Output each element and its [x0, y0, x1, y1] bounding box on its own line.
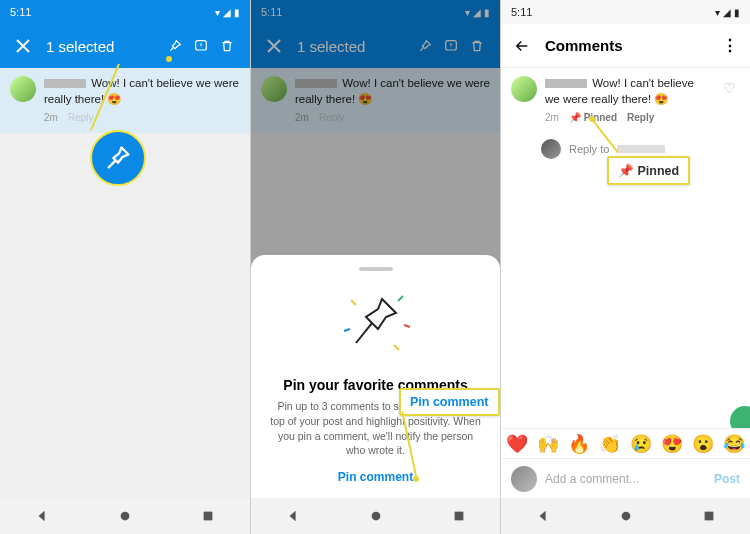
nav-home-icon[interactable]	[369, 509, 383, 523]
close-icon[interactable]	[10, 33, 36, 59]
pin-bottom-sheet: Pin your favorite comments Pin up to 3 c…	[251, 255, 500, 498]
comment-time: 2m	[545, 111, 559, 125]
panel-bottomsheet: 5:11 ▾ ◢ ▮ 1 selected Wow! I can't belie…	[250, 0, 500, 534]
selection-header: 1 selected	[0, 24, 250, 68]
status-bar: 5:11 ▾ ◢ ▮	[251, 0, 500, 24]
android-navbar	[501, 498, 750, 534]
svg-rect-5	[454, 512, 463, 521]
nav-recent-icon[interactable]	[452, 509, 466, 523]
callout-pinned: 📌 Pinned	[607, 156, 690, 185]
status-bar: 5:11 ▾ ◢ ▮	[0, 0, 250, 24]
emoji-fire[interactable]: 🔥	[568, 433, 590, 455]
nav-back-icon[interactable]	[286, 509, 300, 523]
reply-prefix: Reply to	[569, 143, 609, 155]
status-time: 5:11	[10, 6, 215, 18]
comment-row[interactable]: Wow! I can't believe we were really ther…	[0, 68, 250, 133]
status-time: 5:11	[511, 6, 715, 18]
comment-reply[interactable]: Reply	[319, 111, 345, 125]
comments-title: Comments	[545, 37, 708, 54]
svg-point-1	[121, 512, 130, 521]
nav-back-icon[interactable]	[536, 509, 550, 523]
pin-icon[interactable]	[412, 33, 438, 59]
nav-back-icon[interactable]	[35, 509, 49, 523]
panel-selection: 5:11 ▾ ◢ ▮ 1 selected Wow! I can't belie…	[0, 0, 250, 534]
svg-point-4	[371, 512, 380, 521]
nav-recent-icon[interactable]	[201, 509, 215, 523]
selection-title: 1 selected	[297, 38, 412, 55]
report-icon[interactable]	[188, 33, 214, 59]
comment-time: 2m	[295, 111, 309, 125]
reply-target-redacted	[617, 145, 665, 153]
svg-point-6	[621, 512, 630, 521]
trash-icon[interactable]	[464, 33, 490, 59]
close-icon[interactable]	[261, 33, 287, 59]
my-avatar[interactable]	[511, 466, 537, 492]
emoji-hands[interactable]: 🙌	[537, 433, 559, 455]
emoji-hearteyes[interactable]: 😍	[661, 433, 683, 455]
status-icons: ▾ ◢ ▮	[215, 7, 240, 18]
back-icon[interactable]	[513, 37, 531, 55]
trash-icon[interactable]	[214, 33, 240, 59]
pin-icon[interactable]	[162, 33, 188, 59]
android-navbar	[251, 498, 500, 534]
emoji-laugh[interactable]: 😂	[723, 433, 745, 455]
username-redacted	[295, 79, 337, 88]
comment-row[interactable]: Wow! I can't believe we were really ther…	[251, 68, 500, 133]
callout-pin-comment: Pin comment	[399, 388, 500, 416]
sheet-grabber[interactable]	[359, 267, 393, 271]
comment-row[interactable]: Wow! I can't believe we were really ther…	[501, 68, 750, 133]
status-time: 5:11	[261, 6, 465, 18]
comment-body: Wow! I can't believe we were really ther…	[44, 76, 240, 125]
annotation-dot	[166, 56, 172, 62]
comment-input-row: Add a comment... Post	[501, 458, 750, 498]
nav-home-icon[interactable]	[118, 509, 132, 523]
emoji-heart[interactable]: ❤️	[506, 433, 528, 455]
post-button[interactable]: Post	[714, 472, 740, 486]
comment-input[interactable]: Add a comment...	[545, 472, 706, 486]
avatar[interactable]	[511, 76, 537, 102]
reply-avatar	[541, 139, 561, 159]
selection-title: 1 selected	[46, 38, 162, 55]
callout-pin-circle	[90, 130, 146, 186]
comment-body: Wow! I can't believe we were really ther…	[295, 76, 490, 125]
pin-comment-button[interactable]: Pin comment	[269, 470, 482, 484]
emoji-cry[interactable]: 😢	[630, 433, 652, 455]
status-icons: ▾ ◢ ▮	[465, 7, 490, 18]
pin-illustration	[336, 285, 416, 365]
username-redacted	[44, 79, 86, 88]
status-icons: ▾ ◢ ▮	[715, 7, 740, 18]
like-icon[interactable]: ♡	[719, 76, 740, 125]
avatar[interactable]	[261, 76, 287, 102]
comment-body: Wow! I can't believe we were really ther…	[545, 76, 711, 125]
annotation-dot	[413, 476, 419, 482]
nav-recent-icon[interactable]	[702, 509, 716, 523]
username-redacted	[545, 79, 587, 88]
panel-comments: 5:11 ▾ ◢ ▮ Comments ⋮ Wow! I can't belie…	[500, 0, 750, 534]
emoji-wow[interactable]: 😮	[692, 433, 714, 455]
avatar[interactable]	[10, 76, 36, 102]
svg-rect-2	[204, 512, 213, 521]
selection-header: 1 selected	[251, 24, 500, 68]
android-navbar	[0, 498, 250, 534]
comment-reply[interactable]: Reply	[68, 111, 94, 125]
comment-time: 2m	[44, 111, 58, 125]
comments-header: Comments ⋮	[501, 24, 750, 68]
nav-home-icon[interactable]	[619, 509, 633, 523]
more-icon[interactable]: ⋮	[722, 36, 738, 55]
status-bar: 5:11 ▾ ◢ ▮	[501, 0, 750, 24]
report-icon[interactable]	[438, 33, 464, 59]
emoji-quick-row: ❤️ 🙌 🔥 👏 😢 😍 😮 😂	[501, 428, 750, 458]
svg-rect-7	[704, 512, 713, 521]
comment-reply[interactable]: Reply	[627, 111, 654, 125]
emoji-clap[interactable]: 👏	[599, 433, 621, 455]
